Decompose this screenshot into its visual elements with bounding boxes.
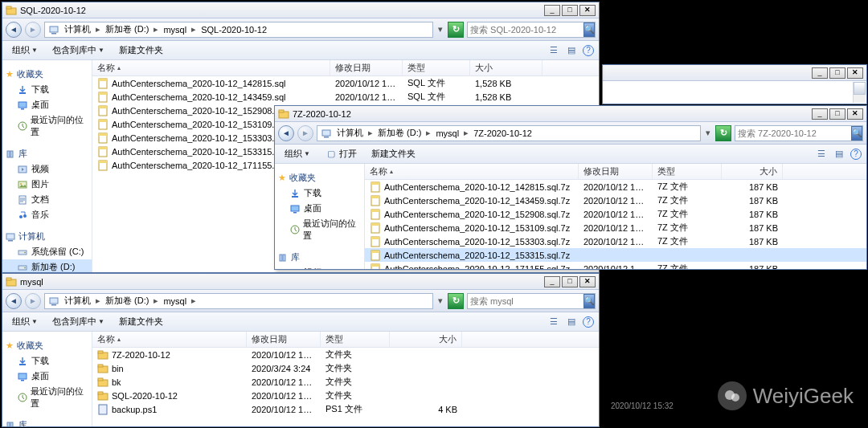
column-type[interactable]: 类型	[321, 332, 390, 347]
help-icon[interactable]: ?	[850, 149, 862, 160]
sidebar-item[interactable]: 下载	[275, 185, 364, 201]
organize-menu[interactable]: 组织▼	[280, 146, 315, 161]
file-row[interactable]: AuthCenterschema_2020-10-12_152908.sql.7…	[365, 207, 866, 221]
file-row[interactable]: AuthCenterschema_2020-10-12_153315.sql.7…	[365, 248, 866, 262]
sidebar-item[interactable]: 桌面	[275, 201, 364, 216]
column-headers[interactable]: 名称▴ 修改日期 类型 大小	[92, 60, 599, 76]
sidebar-item[interactable]: 系统保留 (C:)	[2, 244, 92, 259]
refresh-button[interactable]: ↻	[448, 22, 464, 38]
help-icon[interactable]: ?	[583, 45, 594, 56]
forward-button[interactable]: ►	[25, 22, 41, 38]
maximize-button[interactable]: □	[562, 5, 578, 16]
forward-button[interactable]: ►	[25, 293, 41, 309]
refresh-button[interactable]: ↻	[715, 125, 731, 141]
address-bar[interactable]: 计算机▸ 新加卷 (D:)▸ mysql▸ 7Z-2020-10-12	[317, 125, 701, 141]
file-row[interactable]: bk2020/10/12 14:38文件夹	[92, 375, 599, 389]
search-box[interactable]: 🔍	[735, 125, 863, 141]
sidebar-item[interactable]: 新加卷 (D:)	[2, 259, 92, 272]
address-bar[interactable]: 计算机▸ 新加卷 (D:)▸ mysql▸	[44, 293, 433, 309]
search-button[interactable]: 🔍	[583, 22, 595, 37]
sidebar-item[interactable]: 文档	[2, 192, 92, 207]
minimize-button[interactable]: _	[812, 67, 828, 79]
search-input[interactable]	[468, 25, 583, 35]
file-row[interactable]: AuthCenterschema_2020-10-12_143459.sql20…	[92, 90, 599, 104]
close-button[interactable]: ✕	[847, 108, 863, 120]
search-box[interactable]: 🔍	[467, 22, 596, 38]
maximize-button[interactable]: □	[562, 276, 578, 287]
sidebar-item[interactable]: 音乐	[2, 207, 92, 222]
file-row[interactable]: SQL-2020-10-122020/10/12 17:11文件夹	[92, 389, 599, 402]
search-input[interactable]	[735, 128, 851, 138]
scrollbar[interactable]	[853, 82, 866, 103]
file-row[interactable]: backup.ps12020/10/12 15:32PS1 文件4 KB	[92, 402, 599, 416]
close-button[interactable]: ✕	[847, 67, 863, 79]
back-button[interactable]: ◄	[6, 293, 22, 309]
file-row[interactable]: AuthCenterschema_2020-10-12_153303.sql.7…	[365, 234, 866, 248]
file-row[interactable]: AuthCenterschema_2020-10-12_171155.sql.7…	[365, 262, 866, 269]
sidebar-item[interactable]: 下载	[2, 82, 92, 97]
new-folder-button[interactable]: 新建文件夹	[366, 146, 420, 161]
sidebar-item[interactable]: 桌面	[2, 369, 92, 384]
preview-pane-icon[interactable]: ▤	[833, 148, 845, 161]
chevron-down-icon[interactable]: ▾	[704, 128, 712, 138]
column-name[interactable]: 名称▴	[92, 60, 330, 75]
view-options-icon[interactable]: ☰	[547, 316, 560, 328]
file-row[interactable]: bin2020/3/24 3:24文件夹	[92, 361, 599, 375]
file-row[interactable]: AuthCenterschema_2020-10-12_142815.sql20…	[92, 76, 599, 90]
back-button[interactable]: ◄	[278, 125, 294, 141]
maximize-button[interactable]: □	[829, 67, 845, 79]
sidebar-group-libraries[interactable]: 库	[2, 146, 92, 161]
sidebar-group-favorites[interactable]: ★收藏夹	[2, 338, 92, 353]
column-name[interactable]: 名称▴	[365, 164, 579, 179]
sidebar-item[interactable]: 视频	[275, 265, 364, 269]
sidebar-item[interactable]: 桌面	[2, 97, 92, 112]
address-bar[interactable]: 计算机▸ 新加卷 (D:)▸ mysql▸ SQL-2020-10-12	[44, 22, 433, 38]
sidebar-group-libraries_short[interactable]: 库	[275, 250, 364, 265]
sidebar-group-favorites[interactable]: ★收藏夹	[275, 170, 364, 185]
preview-pane-icon[interactable]: ▤	[565, 316, 578, 328]
search-box[interactable]: 🔍	[467, 293, 596, 309]
sidebar-group-libraries_short[interactable]: 库	[2, 418, 92, 426]
minimize-button[interactable]: _	[544, 5, 560, 16]
maximize-button[interactable]: □	[829, 108, 845, 120]
refresh-button[interactable]: ↻	[448, 293, 464, 309]
close-button[interactable]: ✕	[579, 276, 596, 287]
close-button[interactable]: ✕	[579, 5, 596, 16]
forward-button[interactable]: ►	[297, 125, 313, 141]
new-folder-button[interactable]: 新建文件夹	[114, 43, 168, 58]
back-button[interactable]: ◄	[6, 22, 22, 38]
minimize-button[interactable]: _	[544, 276, 560, 287]
sidebar-group-favorites[interactable]: ★收藏夹	[2, 67, 92, 82]
column-size[interactable]: 大小	[470, 60, 542, 75]
minimize-button[interactable]: _	[812, 108, 828, 120]
column-headers[interactable]: 名称▴ 修改日期 类型 大小	[365, 164, 866, 180]
column-date[interactable]: 修改日期	[247, 332, 321, 347]
search-input[interactable]	[468, 296, 583, 306]
include-in-library-menu[interactable]: 包含到库中▼	[47, 314, 109, 329]
preview-pane-icon[interactable]: ▤	[565, 44, 578, 57]
column-headers[interactable]: 名称▴ 修改日期 类型 大小	[92, 332, 599, 348]
search-button[interactable]: 🔍	[583, 294, 595, 308]
sidebar-item[interactable]: 下载	[2, 353, 92, 369]
sidebar-group-computer[interactable]: 计算机	[2, 229, 92, 244]
sidebar-item[interactable]: 最近访问的位置	[2, 384, 92, 411]
file-row[interactable]: AuthCenterschema_2020-10-12_142815.sql.7…	[365, 180, 866, 194]
column-date[interactable]: 修改日期	[330, 60, 403, 75]
view-options-icon[interactable]: ☰	[815, 148, 828, 161]
new-folder-button[interactable]: 新建文件夹	[114, 314, 168, 329]
column-type[interactable]: 类型	[653, 164, 722, 179]
open-button[interactable]: ▢打开	[320, 146, 362, 162]
file-row[interactable]: AuthCenterschema_2020-10-12_153109.sql.7…	[365, 221, 866, 234]
sidebar-item[interactable]: 图片	[2, 177, 92, 192]
file-row[interactable]: 7Z-2020-10-122020/10/12 17:11文件夹	[92, 348, 599, 361]
column-size[interactable]: 大小	[722, 164, 783, 179]
sidebar-item[interactable]: 最近访问的位置	[275, 216, 364, 243]
help-icon[interactable]: ?	[583, 316, 594, 328]
sidebar-item[interactable]: 视频	[2, 161, 92, 177]
include-in-library-menu[interactable]: 包含到库中▼	[47, 43, 109, 58]
column-size[interactable]: 大小	[390, 332, 462, 347]
chevron-down-icon[interactable]: ▾	[436, 24, 444, 35]
sidebar-item[interactable]: 最近访问的位置	[2, 112, 92, 140]
organize-menu[interactable]: 组织▼	[7, 43, 43, 58]
column-name[interactable]: 名称▴	[92, 332, 247, 347]
